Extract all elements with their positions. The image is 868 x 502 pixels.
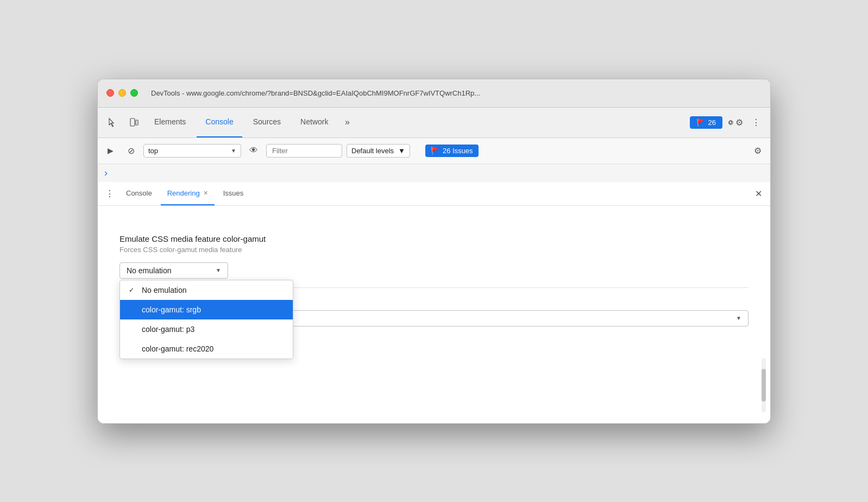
drawer-close-button[interactable]: ✕: [751, 186, 766, 201]
block-icon: ⊘: [128, 146, 135, 156]
svg-point-2: [729, 121, 732, 124]
svg-rect-1: [136, 120, 138, 125]
section1-subtitle: Forces CSS color-gamut media feature: [119, 246, 749, 254]
more-options-button[interactable]: ⋮: [746, 112, 766, 132]
gear-icon: ⚙: [754, 146, 762, 156]
tab-sources[interactable]: Sources: [244, 107, 290, 137]
color-gamut-dropdown-container: No emulation ▼ ✓ No emulation color-gamu…: [119, 262, 228, 279]
device-icon: [129, 117, 139, 127]
maximize-window-button[interactable]: [130, 89, 138, 97]
titlebar: DevTools - www.google.com/chrome/?brand=…: [98, 79, 770, 108]
inspect-element-button[interactable]: [102, 112, 122, 132]
levels-selector[interactable]: Default levels ▼: [347, 144, 410, 158]
menu-dots-icon: ⋮: [105, 189, 114, 199]
option-rec2020[interactable]: color-gamut: rec2020: [120, 339, 293, 359]
eye-icon: 👁: [249, 146, 258, 155]
no-emulation-check-icon: ✓: [129, 286, 137, 294]
issues-badge-2[interactable]: 🚩 26 Issues: [425, 145, 479, 157]
more-tabs-button[interactable]: »: [339, 114, 355, 130]
close-window-button[interactable]: [106, 89, 114, 97]
context-arrow-icon: ▼: [231, 148, 236, 154]
color-gamut-dropdown[interactable]: No emulation ▼: [119, 262, 228, 279]
drawer-tab-rendering[interactable]: Rendering ✕: [161, 181, 215, 205]
scrollbar-thumb[interactable]: [762, 369, 766, 401]
run-button[interactable]: ▶: [102, 142, 118, 159]
context-value: top: [148, 147, 158, 155]
cursor-icon: [107, 117, 117, 127]
console-toolbar: ▶ ⊘ top ▼ 👁 Default levels ▼ 🚩 26 Issues…: [98, 138, 770, 164]
console-settings-button[interactable]: ⚙: [750, 142, 766, 159]
settings-icon: [726, 117, 735, 127]
issues-icon: 🚩: [696, 118, 705, 127]
drawer-menu-button[interactable]: ⋮: [102, 186, 117, 201]
settings-button[interactable]: ⚙: [725, 112, 744, 132]
context-selector[interactable]: top ▼: [143, 144, 241, 158]
svg-rect-0: [130, 118, 135, 126]
window-title: DevTools - www.google.com/chrome/?brand=…: [151, 89, 480, 97]
vision-dropdown-arrow-icon: ▼: [736, 315, 741, 321]
issues-badge[interactable]: 🚩 26: [690, 116, 722, 129]
section1-title: Emulate CSS media feature color-gamut: [119, 234, 749, 243]
main-toolbar: Elements Console Sources Network » 🚩 26 …: [98, 108, 770, 138]
more-icon: ⋮: [752, 117, 760, 128]
tab-network[interactable]: Network: [292, 107, 337, 137]
option-srgb[interactable]: color-gamut: srgb: [120, 300, 293, 319]
main-content: Emulate CSS media feature color-gamut Fo…: [98, 206, 770, 423]
issues-flag-icon: 🚩: [431, 147, 439, 155]
filter-input[interactable]: [266, 144, 342, 158]
drawer-tab-issues[interactable]: Issues: [217, 181, 250, 205]
block-button[interactable]: ⊘: [123, 142, 139, 159]
option-p3[interactable]: color-gamut: p3: [120, 319, 293, 339]
rendering-tab-close[interactable]: ✕: [203, 190, 208, 197]
run-icon: ▶: [108, 146, 114, 155]
device-toolbar-button[interactable]: [124, 112, 143, 132]
minimize-window-button[interactable]: [118, 89, 126, 97]
dropdown-arrow-icon: ▼: [216, 267, 221, 273]
dropdown-menu: ✓ No emulation color-gamut: srgb color-g…: [119, 280, 293, 359]
breadcrumb-arrow-icon: ›: [104, 167, 108, 178]
drawer-tabs: ⋮ Console Rendering ✕ Issues ✕: [98, 182, 770, 206]
traffic-lights: [106, 89, 138, 97]
eye-button[interactable]: 👁: [246, 142, 262, 159]
tab-console[interactable]: Console: [197, 107, 242, 137]
option-no-emulation[interactable]: ✓ No emulation: [120, 280, 293, 300]
scrollbar[interactable]: [762, 358, 766, 412]
dropdown-current-value: No emulation: [127, 266, 172, 275]
tab-elements[interactable]: Elements: [146, 107, 194, 137]
breadcrumb-row: ›: [98, 164, 770, 182]
close-icon: ✕: [755, 189, 762, 199]
levels-arrow-icon: ▼: [398, 147, 405, 155]
drawer-tab-console[interactable]: Console: [119, 181, 159, 205]
devtools-window: DevTools - www.google.com/chrome/?brand=…: [97, 79, 771, 424]
